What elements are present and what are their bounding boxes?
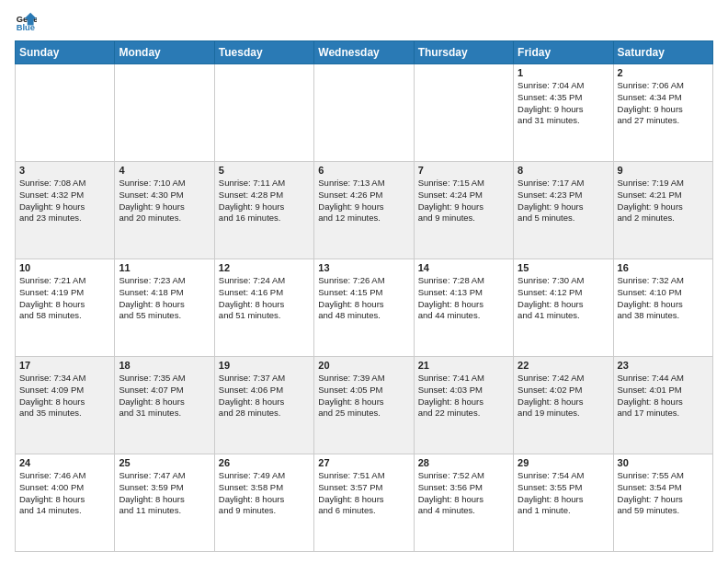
day-cell: 11Sunrise: 7:23 AM Sunset: 4:18 PM Dayli… [115, 259, 214, 357]
day-number: 17 [19, 360, 110, 371]
day-number: 7 [418, 165, 509, 176]
day-cell: 1Sunrise: 7:04 AM Sunset: 4:35 PM Daylig… [514, 64, 613, 162]
day-number: 1 [518, 67, 609, 78]
day-cell: 23Sunrise: 7:44 AM Sunset: 4:01 PM Dayli… [613, 357, 712, 454]
day-number: 18 [119, 360, 210, 371]
day-info: Sunrise: 7:24 AM Sunset: 4:16 PM Dayligh… [219, 275, 310, 322]
day-header-saturday: Saturday [613, 41, 712, 64]
day-cell: 17Sunrise: 7:34 AM Sunset: 4:09 PM Dayli… [16, 357, 115, 454]
day-cell: 16Sunrise: 7:32 AM Sunset: 4:10 PM Dayli… [613, 259, 712, 357]
day-cell: 19Sunrise: 7:37 AM Sunset: 4:06 PM Dayli… [214, 357, 313, 454]
day-number: 6 [318, 165, 409, 176]
day-info: Sunrise: 7:23 AM Sunset: 4:18 PM Dayligh… [119, 275, 210, 322]
logo-icon: General Blue [15, 11, 37, 33]
day-cell: 14Sunrise: 7:28 AM Sunset: 4:13 PM Dayli… [414, 259, 513, 357]
day-header-sunday: Sunday [16, 41, 115, 64]
day-cell [214, 64, 313, 162]
day-cell: 18Sunrise: 7:35 AM Sunset: 4:07 PM Dayli… [115, 357, 214, 454]
day-number: 22 [518, 360, 609, 371]
week-row-4: 17Sunrise: 7:34 AM Sunset: 4:09 PM Dayli… [16, 357, 713, 454]
day-number: 3 [19, 165, 110, 176]
day-cell [115, 64, 214, 162]
day-info: Sunrise: 7:54 AM Sunset: 3:55 PM Dayligh… [518, 470, 609, 517]
header: General Blue [15, 11, 713, 33]
day-info: Sunrise: 7:30 AM Sunset: 4:12 PM Dayligh… [518, 275, 609, 322]
day-info: Sunrise: 7:08 AM Sunset: 4:32 PM Dayligh… [19, 178, 110, 224]
day-number: 14 [418, 262, 509, 273]
day-cell: 2Sunrise: 7:06 AM Sunset: 4:34 PM Daylig… [613, 64, 712, 162]
header-row: SundayMondayTuesdayWednesdayThursdayFrid… [16, 41, 713, 64]
day-number: 29 [518, 457, 609, 468]
day-number: 8 [518, 165, 609, 176]
day-number: 30 [618, 457, 709, 468]
day-number: 20 [318, 360, 409, 371]
day-info: Sunrise: 7:41 AM Sunset: 4:03 PM Dayligh… [418, 373, 509, 419]
day-info: Sunrise: 7:28 AM Sunset: 4:13 PM Dayligh… [418, 275, 509, 322]
day-cell [314, 64, 414, 162]
day-header-friday: Friday [514, 41, 613, 64]
calendar: SundayMondayTuesdayWednesdayThursdayFrid… [15, 40, 713, 552]
day-number: 4 [119, 165, 210, 176]
day-cell: 22Sunrise: 7:42 AM Sunset: 4:02 PM Dayli… [514, 357, 613, 454]
day-cell: 20Sunrise: 7:39 AM Sunset: 4:05 PM Dayli… [314, 357, 414, 454]
day-info: Sunrise: 7:42 AM Sunset: 4:02 PM Dayligh… [518, 373, 609, 419]
week-row-2: 3Sunrise: 7:08 AM Sunset: 4:32 PM Daylig… [16, 162, 713, 259]
day-info: Sunrise: 7:37 AM Sunset: 4:06 PM Dayligh… [219, 373, 310, 419]
day-number: 16 [618, 262, 709, 273]
day-cell: 6Sunrise: 7:13 AM Sunset: 4:26 PM Daylig… [314, 162, 414, 259]
day-number: 13 [318, 262, 409, 273]
day-number: 21 [418, 360, 509, 371]
day-info: Sunrise: 7:15 AM Sunset: 4:24 PM Dayligh… [418, 178, 509, 224]
day-cell: 26Sunrise: 7:49 AM Sunset: 3:58 PM Dayli… [214, 454, 313, 552]
day-cell: 24Sunrise: 7:46 AM Sunset: 4:00 PM Dayli… [16, 454, 115, 552]
day-info: Sunrise: 7:47 AM Sunset: 3:59 PM Dayligh… [119, 470, 210, 517]
day-number: 23 [618, 360, 709, 371]
day-number: 11 [119, 262, 210, 273]
logo: General Blue [15, 11, 39, 33]
day-number: 24 [19, 457, 110, 468]
day-cell: 27Sunrise: 7:51 AM Sunset: 3:57 PM Dayli… [314, 454, 414, 552]
day-info: Sunrise: 7:46 AM Sunset: 4:00 PM Dayligh… [19, 470, 110, 517]
day-info: Sunrise: 7:06 AM Sunset: 4:34 PM Dayligh… [618, 80, 709, 127]
day-cell: 28Sunrise: 7:52 AM Sunset: 3:56 PM Dayli… [414, 454, 513, 552]
day-number: 28 [418, 457, 509, 468]
day-cell: 9Sunrise: 7:19 AM Sunset: 4:21 PM Daylig… [613, 162, 712, 259]
day-cell: 13Sunrise: 7:26 AM Sunset: 4:15 PM Dayli… [314, 259, 414, 357]
day-info: Sunrise: 7:04 AM Sunset: 4:35 PM Dayligh… [518, 80, 609, 127]
day-info: Sunrise: 7:10 AM Sunset: 4:30 PM Dayligh… [119, 178, 210, 224]
day-number: 26 [219, 457, 310, 468]
day-cell: 30Sunrise: 7:55 AM Sunset: 3:54 PM Dayli… [613, 454, 712, 552]
day-cell: 25Sunrise: 7:47 AM Sunset: 3:59 PM Dayli… [115, 454, 214, 552]
day-number: 5 [219, 165, 310, 176]
day-info: Sunrise: 7:44 AM Sunset: 4:01 PM Dayligh… [618, 373, 709, 419]
day-cell [414, 64, 513, 162]
day-header-thursday: Thursday [414, 41, 513, 64]
day-header-wednesday: Wednesday [314, 41, 414, 64]
day-info: Sunrise: 7:39 AM Sunset: 4:05 PM Dayligh… [318, 373, 409, 419]
day-cell: 15Sunrise: 7:30 AM Sunset: 4:12 PM Dayli… [514, 259, 613, 357]
page: General Blue SundayMondayTuesdayWednesda… [0, 0, 728, 563]
day-info: Sunrise: 7:13 AM Sunset: 4:26 PM Dayligh… [318, 178, 409, 224]
day-number: 9 [618, 165, 709, 176]
day-cell [16, 64, 115, 162]
week-row-1: 1Sunrise: 7:04 AM Sunset: 4:35 PM Daylig… [16, 64, 713, 162]
day-cell: 10Sunrise: 7:21 AM Sunset: 4:19 PM Dayli… [16, 259, 115, 357]
day-number: 10 [19, 262, 110, 273]
day-header-tuesday: Tuesday [214, 41, 313, 64]
day-number: 2 [618, 67, 709, 78]
week-row-5: 24Sunrise: 7:46 AM Sunset: 4:00 PM Dayli… [16, 454, 713, 552]
day-number: 27 [318, 457, 409, 468]
week-row-3: 10Sunrise: 7:21 AM Sunset: 4:19 PM Dayli… [16, 259, 713, 357]
day-info: Sunrise: 7:26 AM Sunset: 4:15 PM Dayligh… [318, 275, 409, 322]
day-cell: 7Sunrise: 7:15 AM Sunset: 4:24 PM Daylig… [414, 162, 513, 259]
day-header-monday: Monday [115, 41, 214, 64]
day-number: 19 [219, 360, 310, 371]
day-cell: 5Sunrise: 7:11 AM Sunset: 4:28 PM Daylig… [214, 162, 313, 259]
day-info: Sunrise: 7:49 AM Sunset: 3:58 PM Dayligh… [219, 470, 310, 517]
day-info: Sunrise: 7:35 AM Sunset: 4:07 PM Dayligh… [119, 373, 210, 419]
day-info: Sunrise: 7:11 AM Sunset: 4:28 PM Dayligh… [219, 178, 310, 224]
day-info: Sunrise: 7:19 AM Sunset: 4:21 PM Dayligh… [618, 178, 709, 224]
day-info: Sunrise: 7:34 AM Sunset: 4:09 PM Dayligh… [19, 373, 110, 419]
day-cell: 29Sunrise: 7:54 AM Sunset: 3:55 PM Dayli… [514, 454, 613, 552]
day-number: 25 [119, 457, 210, 468]
